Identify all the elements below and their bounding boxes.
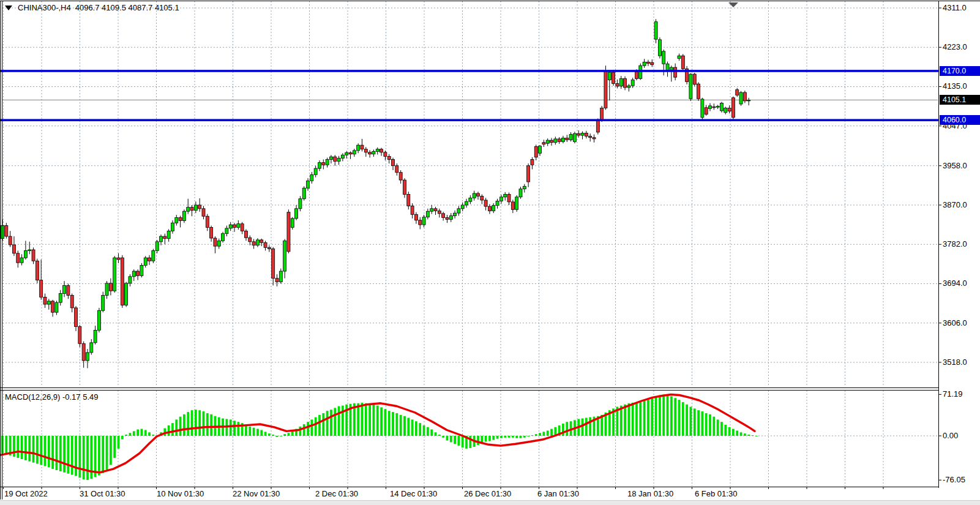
candle-body [631, 80, 634, 86]
macd-histogram-bar [732, 429, 735, 436]
macd-histogram-bar [427, 427, 429, 436]
macd-histogram-bar [75, 436, 77, 476]
time-axis-label[interactable]: 22 Nov 01:30 [233, 489, 280, 498]
candle-body [307, 181, 310, 189]
candle-body [32, 250, 35, 261]
macd-histogram-bar [106, 436, 108, 469]
macd-axis-label[interactable]: 71.19 [943, 389, 963, 398]
candle-body [202, 209, 205, 216]
macd-histogram-bar [740, 432, 742, 436]
candle-body [175, 217, 178, 223]
candle-body [747, 100, 750, 100]
chart-canvas[interactable] [0, 0, 980, 505]
macd-histogram-bar [639, 402, 641, 436]
candle-body [384, 152, 387, 157]
candle-body [434, 209, 437, 211]
candle-body [256, 240, 259, 245]
candle-body [577, 133, 580, 135]
price-axis-label[interactable]: 3958.0 [943, 161, 967, 170]
trading-chart-window: CHINA300-,H4 4096.7 4109.5 4087.7 4105.1… [0, 0, 980, 505]
macd-histogram-bar [299, 427, 302, 436]
price-axis-label[interactable]: 3870.0 [943, 200, 967, 209]
candle-body [237, 224, 240, 228]
candle-body [132, 271, 135, 277]
candle-body [593, 138, 596, 139]
candle-body [619, 78, 623, 86]
time-axis-label[interactable]: 19 Oct 2022 [4, 489, 48, 498]
price-axis-label[interactable]: 3694.0 [943, 279, 967, 288]
macd-histogram-bar [206, 413, 209, 436]
macd-histogram-bar [365, 403, 367, 436]
candle-body [573, 133, 576, 141]
candle-body [643, 62, 646, 65]
candle-body [241, 224, 244, 231]
macd-histogram-bar [110, 436, 112, 465]
candle-body [604, 71, 607, 108]
candle-body [109, 283, 112, 291]
time-axis-label[interactable]: 31 Oct 01:30 [80, 489, 125, 498]
time-axis-label[interactable]: 14 Dec 01:30 [390, 489, 437, 498]
macd-histogram-bar [272, 435, 274, 436]
candle-body [728, 108, 731, 111]
candle-body [283, 241, 286, 271]
macd-histogram-bar [368, 404, 371, 436]
macd-histogram-bar [624, 405, 626, 436]
time-axis-label[interactable]: 2 Dec 01:30 [315, 489, 358, 498]
candle-body [411, 206, 414, 214]
candle-body [736, 90, 739, 95]
price-axis-label[interactable]: 4135.0 [943, 81, 967, 91]
macd-axis-label[interactable]: 0.00 [943, 431, 958, 440]
candle-body [229, 225, 232, 228]
macd-histogram-bar [17, 436, 19, 458]
candle-body [318, 163, 321, 168]
time-axis-label[interactable]: 26 Dec 01:30 [464, 489, 511, 498]
candle-body [473, 193, 476, 198]
macd-histogram-bar [477, 436, 479, 445]
candle-body [438, 211, 441, 213]
macd-histogram-bar [256, 429, 259, 436]
candle-body [125, 283, 128, 305]
candle-body [40, 280, 43, 297]
macd-histogram-bar [384, 409, 386, 436]
candle-body [689, 74, 692, 99]
macd-histogram-bar [662, 395, 665, 436]
macd-histogram-bar [67, 436, 69, 474]
price-axis-label[interactable]: 3518.0 [943, 357, 967, 367]
candle-body [681, 56, 684, 69]
macd-histogram-bar [667, 395, 669, 436]
macd-histogram-bar [407, 418, 410, 436]
time-axis-label[interactable]: 10 Nov 01:30 [157, 489, 204, 498]
price-axis-label[interactable]: 4223.0 [943, 42, 967, 51]
candle-body [403, 180, 406, 194]
candle-body [148, 258, 151, 261]
macd-histogram-bar [415, 421, 417, 436]
macd-histogram-bar [411, 419, 414, 436]
macd-histogram-bar [28, 436, 31, 462]
candle-body [275, 279, 279, 282]
chart-shift-triangle-icon [728, 2, 738, 7]
candle-body [646, 62, 649, 63]
candle-body [658, 40, 661, 56]
candle-body [654, 22, 657, 39]
candle-body [720, 103, 723, 111]
candle-body [279, 271, 282, 282]
candle-body [67, 285, 70, 295]
time-axis-label[interactable]: 18 Jan 01:30 [627, 489, 673, 498]
candle-body [724, 108, 727, 113]
macd-histogram-bar [496, 436, 499, 439]
macd-axis-label[interactable]: -76.05 [943, 475, 965, 484]
candle-body [476, 193, 479, 196]
time-axis-label[interactable]: 6 Feb 01:30 [695, 489, 737, 498]
price-axis-label[interactable]: 4311.0 [943, 3, 967, 12]
macd-histogram-bar [392, 412, 394, 436]
candle-body [55, 302, 58, 312]
macd-histogram-bar [403, 416, 406, 436]
price-axis-label[interactable]: 3782.0 [943, 239, 967, 249]
price-axis-label[interactable]: 3606.0 [943, 318, 967, 327]
macd-histogram-bar [361, 403, 364, 436]
candle-body [662, 51, 665, 64]
candle-body [422, 217, 425, 225]
candle-body [589, 137, 592, 138]
time-axis-label[interactable]: 6 Jan 01:30 [537, 489, 579, 498]
macd-histogram-bar [442, 436, 444, 438]
